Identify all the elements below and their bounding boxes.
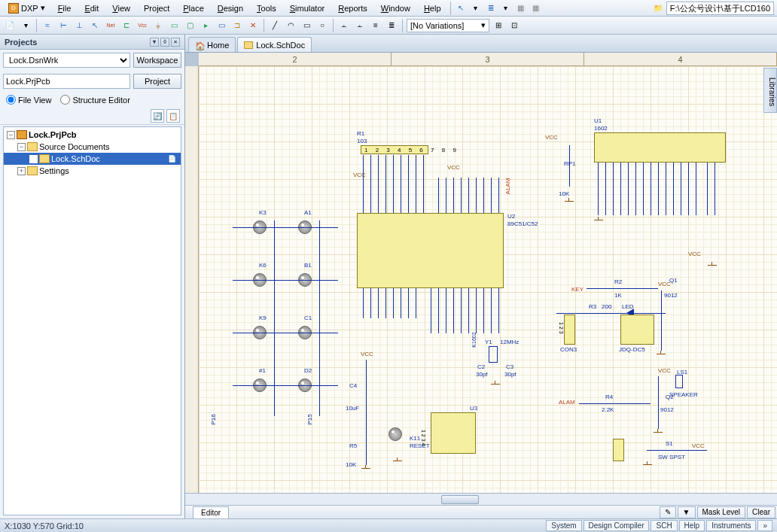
panel-close-icon[interactable]: ×: [171, 38, 180, 47]
separator: [333, 19, 334, 32]
tool-grid-icon[interactable]: ▦: [514, 2, 528, 15]
file-view-radio[interactable]: File View: [6, 95, 51, 105]
editor-tab[interactable]: Editor: [193, 506, 229, 518]
tab-home[interactable]: 🏠 Home: [188, 37, 236, 52]
ruler-cell: 3: [392, 53, 584, 65]
folder-icon[interactable]: 📁: [651, 2, 665, 15]
menu-tools[interactable]: Tools: [251, 2, 282, 15]
harness-icon[interactable]: ⊐: [230, 19, 244, 32]
tool-select-icon[interactable]: ↖: [454, 2, 468, 15]
dxp-menu[interactable]: D DXP ▾: [3, 2, 50, 15]
status-more-icon[interactable]: »: [757, 520, 772, 531]
workspace-button[interactable]: Workspace: [133, 53, 181, 68]
status-help[interactable]: Help: [679, 520, 705, 531]
r1-pins: 1 2 3 4 5 6 7 8 9: [364, 147, 459, 154]
menu-help[interactable]: Help: [418, 2, 447, 15]
scrollbar-horizontal[interactable]: [185, 493, 777, 505]
tool-dropdown-icon[interactable]: ▾: [469, 2, 483, 15]
label-r3: R3: [589, 303, 596, 310]
menu-file[interactable]: File: [52, 2, 78, 15]
port-icon[interactable]: ⊏: [120, 19, 133, 32]
dxp-label: DXP: [21, 4, 38, 13]
bus-icon[interactable]: ⊢: [56, 19, 70, 32]
mask-level-button[interactable]: Mask Level: [697, 506, 746, 518]
line-icon[interactable]: ╱: [268, 19, 282, 32]
expand-icon[interactable]: +: [17, 167, 26, 175]
vcc-label: VCC: [545, 134, 558, 141]
pencil-icon[interactable]: ✎: [660, 506, 676, 518]
arc-icon[interactable]: ◠: [284, 19, 297, 32]
clear-button[interactable]: Clear: [747, 506, 775, 518]
comp-con3: [564, 315, 575, 345]
project-tree[interactable]: − Lock.PrjPcb − Source Documents Lock.Sc…: [3, 126, 181, 515]
menu-edit[interactable]: Edit: [78, 2, 105, 15]
menu-simulator[interactable]: Simulator: [284, 2, 331, 15]
new-doc-icon[interactable]: 📄: [3, 19, 17, 32]
netlabel-icon[interactable]: Net: [104, 19, 117, 32]
gnd-icon[interactable]: ⏚: [151, 19, 165, 32]
circle-icon[interactable]: ○: [315, 19, 329, 32]
tree-schdoc[interactable]: Lock.SchDoc 📄: [4, 153, 181, 165]
menu-window[interactable]: Window: [375, 2, 416, 15]
wire-icon[interactable]: ≈: [41, 19, 54, 32]
menu-design[interactable]: Design: [212, 2, 249, 15]
refresh-icon[interactable]: 🔄: [151, 109, 164, 123]
menu-view[interactable]: View: [106, 2, 136, 15]
path-field[interactable]: F:\公众号设计\基于LCD160: [666, 2, 774, 15]
tree-settings[interactable]: + Settings: [4, 165, 181, 177]
variations-select[interactable]: [No Variations] ▾: [407, 19, 489, 32]
status-instruments[interactable]: Instruments: [706, 520, 756, 531]
project-button[interactable]: Project: [133, 74, 181, 89]
label-alam: ALAM: [559, 399, 575, 406]
ruler-horizontal: 2 3 4: [199, 53, 777, 66]
status-design-compiler[interactable]: Design Compiler: [584, 520, 650, 531]
dropdown-icon[interactable]: ▾: [19, 19, 32, 32]
label-jdq: JDQ-DC5: [619, 346, 645, 353]
label-k6: K6: [259, 262, 267, 269]
status-system[interactable]: System: [546, 520, 581, 531]
rect-icon[interactable]: ▭: [300, 19, 313, 32]
workspace-select[interactable]: Lock.DsnWrk: [3, 53, 130, 68]
status-sch[interactable]: SCH: [651, 520, 677, 531]
extra1-icon[interactable]: ⊞: [492, 19, 505, 32]
schematic-canvas[interactable]: R1 103 1 2 3 4 5 6 7 8 9 VCC VCC VCC VCC…: [199, 66, 777, 493]
part-icon[interactable]: ▭: [167, 19, 181, 32]
tree-source-docs[interactable]: − Source Documents: [4, 141, 181, 153]
label-c2: C2: [477, 363, 485, 370]
cross-icon[interactable]: ✕: [246, 19, 260, 32]
tool-grid2-icon[interactable]: ▦: [529, 2, 543, 15]
status-bar: X:1030 Y:570 Grid:10 System Design Compi…: [0, 518, 777, 532]
align4-icon[interactable]: ≣: [385, 19, 398, 32]
menu-reports[interactable]: Reports: [332, 2, 373, 15]
align1-icon[interactable]: ⫠: [337, 19, 351, 32]
tab-schdoc[interactable]: Lock.SchDoc: [237, 37, 312, 52]
tree-root[interactable]: − Lock.PrjPcb: [4, 129, 181, 141]
net-icon[interactable]: ↖: [88, 19, 102, 32]
tool-dropdown2-icon[interactable]: ▾: [499, 2, 513, 15]
label-rp1v: 10K: [559, 190, 569, 197]
label-b1: B1: [304, 262, 312, 269]
device-icon[interactable]: ▭: [215, 19, 228, 32]
extra2-icon[interactable]: ⊡: [507, 19, 521, 32]
align2-icon[interactable]: ⫠: [353, 19, 367, 32]
report-icon[interactable]: 📋: [166, 109, 180, 123]
signal-icon[interactable]: ⊥: [72, 19, 86, 32]
entry-icon[interactable]: ▸: [199, 19, 212, 32]
align3-icon[interactable]: ≡: [369, 19, 382, 32]
power-icon[interactable]: Vcc: [136, 19, 149, 32]
tool-filter-icon[interactable]: ≣: [484, 2, 498, 15]
gnd-icon: [361, 465, 370, 473]
vcc-label: VCC: [361, 351, 373, 357]
project-field[interactable]: [3, 74, 130, 89]
panel-pin-icon[interactable]: ◊: [160, 38, 169, 47]
collapse-icon[interactable]: −: [7, 131, 15, 139]
panel-menu-icon[interactable]: ▾: [150, 38, 159, 47]
scrollbar-thumb[interactable]: [441, 495, 479, 504]
sheet-icon[interactable]: ▢: [183, 19, 197, 32]
collapse-icon[interactable]: −: [17, 143, 26, 151]
filter-icon[interactable]: ▼: [678, 506, 696, 518]
menu-place[interactable]: Place: [177, 2, 210, 15]
libraries-tab[interactable]: Libraries: [763, 68, 777, 113]
menu-project[interactable]: Project: [138, 2, 175, 15]
structure-editor-radio[interactable]: Structure Editor: [60, 95, 130, 105]
